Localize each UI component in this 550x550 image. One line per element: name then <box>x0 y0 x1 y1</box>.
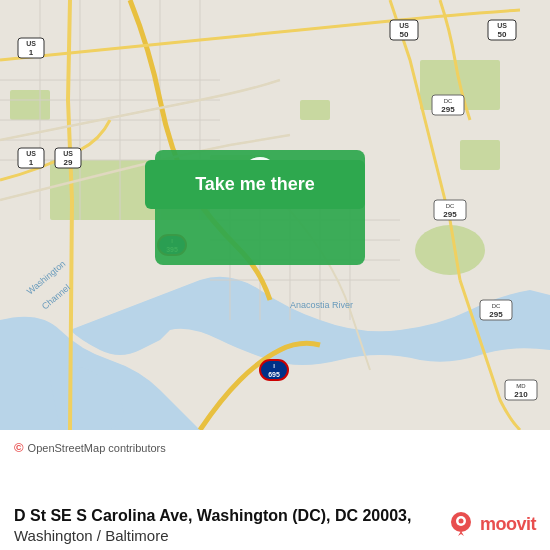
svg-text:Anacostia River: Anacostia River <box>290 300 353 310</box>
svg-text:1: 1 <box>29 158 34 167</box>
region-text: Washington / Baltimore <box>14 527 411 544</box>
svg-point-7 <box>415 225 485 275</box>
svg-text:1: 1 <box>29 48 34 57</box>
svg-text:50: 50 <box>400 30 409 39</box>
svg-text:210: 210 <box>514 390 528 399</box>
svg-text:695: 695 <box>268 371 280 378</box>
moovit-logo: moovit <box>447 510 536 538</box>
bottom-row: D St SE S Carolina Ave, Washington (DC),… <box>14 505 536 544</box>
moovit-branding: moovit <box>447 510 536 538</box>
map-container: Washington Channel Anacostia River US 1 … <box>0 0 550 430</box>
location-info: D St SE S Carolina Ave, Washington (DC),… <box>14 505 411 544</box>
svg-text:DC: DC <box>444 98 453 104</box>
osm-attribution: © OpenStreetMap contributors <box>14 440 536 455</box>
svg-text:DC: DC <box>492 303 501 309</box>
svg-text:US: US <box>26 40 36 47</box>
svg-rect-6 <box>460 140 500 170</box>
svg-text:US: US <box>63 150 73 157</box>
moovit-text: moovit <box>480 514 536 535</box>
svg-text:295: 295 <box>441 105 455 114</box>
svg-rect-4 <box>300 100 330 120</box>
svg-text:US: US <box>26 150 36 157</box>
svg-text:MD: MD <box>516 383 526 389</box>
svg-text:US: US <box>497 22 507 29</box>
svg-point-69 <box>458 519 463 524</box>
svg-text:DC: DC <box>446 203 455 209</box>
address-text: D St SE S Carolina Ave, Washington (DC),… <box>14 505 411 527</box>
osm-logo-icon: © <box>14 440 24 455</box>
info-panel: © OpenStreetMap contributors D St SE S C… <box>0 430 550 550</box>
svg-text:50: 50 <box>498 30 507 39</box>
svg-rect-3 <box>10 90 50 120</box>
button-overlay: Take me there <box>145 160 365 209</box>
osm-attribution-text: OpenStreetMap contributors <box>28 442 166 454</box>
svg-text:295: 295 <box>443 210 457 219</box>
svg-text:295: 295 <box>489 310 503 319</box>
svg-text:US: US <box>399 22 409 29</box>
svg-text:29: 29 <box>64 158 73 167</box>
take-me-there-button[interactable]: Take me there <box>145 160 365 209</box>
moovit-icon <box>447 510 475 538</box>
